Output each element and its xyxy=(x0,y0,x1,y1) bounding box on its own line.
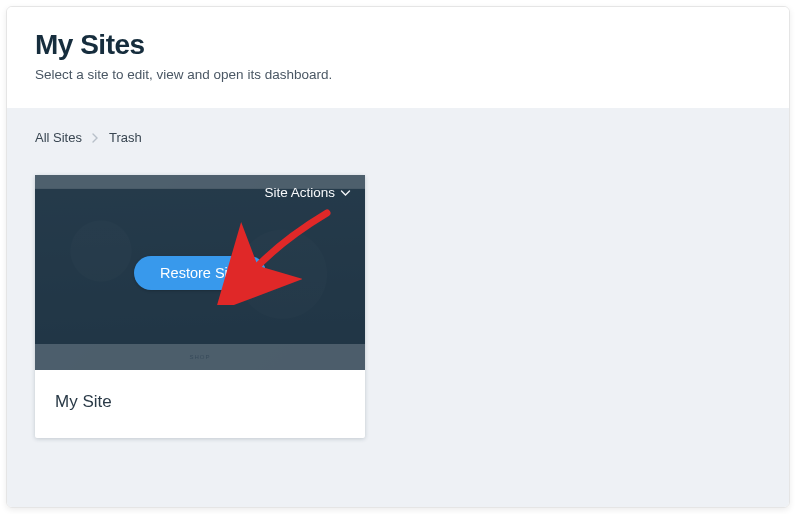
site-actions-label: Site Actions xyxy=(264,185,335,200)
breadcrumb-current: Trash xyxy=(109,130,142,145)
page-subtitle: Select a site to edit, view and open its… xyxy=(35,67,761,82)
page-body: All Sites Trash SHOP Site Actions xyxy=(7,108,789,507)
breadcrumb: All Sites Trash xyxy=(35,130,761,145)
site-card: SHOP Site Actions Restore Site xyxy=(35,175,365,438)
site-card-footer: My Site xyxy=(35,370,365,438)
chevron-down-icon xyxy=(340,185,351,200)
chevron-right-icon xyxy=(92,133,99,143)
site-thumbnail: SHOP Site Actions Restore Site xyxy=(35,175,365,370)
site-actions-dropdown[interactable]: Site Actions xyxy=(264,185,351,200)
breadcrumb-root[interactable]: All Sites xyxy=(35,130,82,145)
page-header: My Sites Select a site to edit, view and… xyxy=(7,7,789,108)
page-title: My Sites xyxy=(35,29,761,61)
thumbnail-overlay: Site Actions Restore Site xyxy=(35,175,365,370)
site-name: My Site xyxy=(55,392,345,412)
restore-site-button[interactable]: Restore Site xyxy=(134,256,266,290)
